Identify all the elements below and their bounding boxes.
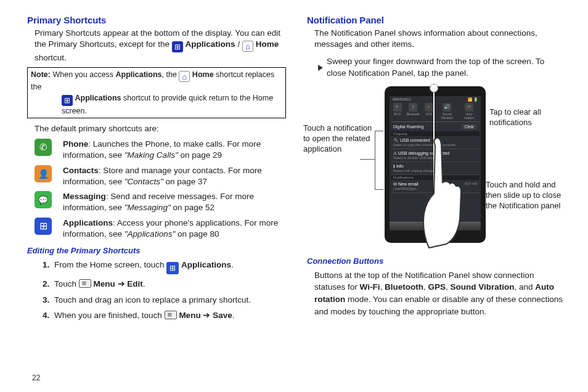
phone-icon <box>35 139 52 156</box>
phone-screen: 08/05/2011 📶 🔋 ᯤWi-Fi ᛒBluetooth ⌖GPS 🔊S… <box>390 96 481 231</box>
roaming-row: Digital Roaming Clear <box>391 122 480 131</box>
menu-icon <box>165 311 177 319</box>
notif-info[interactable]: ℹ Info Battery full. Unplug charger <box>391 162 480 175</box>
shortcut-applications: Applications: Access your phone's applic… <box>35 218 286 240</box>
toggle-gps[interactable]: ⌖GPS <box>425 103 433 120</box>
signal-icon: 📶 🔋 <box>468 97 478 102</box>
heading-connection-buttons: Connection Buttons <box>307 256 565 266</box>
heading-primary-shortcuts: Primary Shortcuts <box>27 15 286 25</box>
notif-usb-connected[interactable]: 🔌 USB connected Select to copy files to/… <box>391 136 480 149</box>
home-icon <box>242 41 253 52</box>
notification-intro: The Notification Panel shows information… <box>314 28 565 50</box>
applications-icon <box>35 218 52 235</box>
clear-button[interactable]: Clear <box>461 124 477 129</box>
callout-clear-all: Tap to clear all notifications <box>489 107 566 128</box>
contacts-icon <box>35 165 52 182</box>
notification-panel-figure: Touch a notification to open the related… <box>307 84 565 250</box>
step-3: Touch and drag an icon to replace a prim… <box>52 295 286 306</box>
menu-icon <box>79 279 91 288</box>
shortcut-messaging: Messaging: Send and receive messages. Fo… <box>35 191 286 213</box>
toggle-sound[interactable]: 🔊Sound Vibration <box>438 103 456 120</box>
bracket-icon <box>375 131 383 190</box>
note-box: Note: When you access Applications, the … <box>27 67 286 118</box>
page-number: 22 <box>32 374 40 382</box>
swipe-indicator-dot <box>430 84 438 92</box>
heading-editing-shortcuts: Editing the Primary Shortcuts <box>27 246 286 255</box>
default-shortcuts-label: The default primary shortcuts are: <box>35 123 286 134</box>
editing-steps: From the Home screen, touch Applications… <box>52 259 286 322</box>
callout-close-panel: Touch and hold and then slide up to clos… <box>486 180 566 211</box>
applications-icon <box>62 95 73 106</box>
toggle-wifi[interactable]: ᯤWi-Fi <box>393 103 402 120</box>
toggle-bluetooth[interactable]: ᛒBluetooth <box>407 103 420 120</box>
notif-usb-debugging[interactable]: ⚠ USB debugging connected Select to disa… <box>391 149 480 162</box>
ongoing-header: Ongoing <box>391 131 480 136</box>
applications-icon <box>166 262 179 274</box>
leader-line <box>360 159 375 160</box>
notifications-header: Notifications <box>391 175 480 180</box>
step-4: When you are finished, touch MenuSave. <box>52 310 286 322</box>
status-bar: 08/05/2011 📶 🔋 <box>391 97 480 102</box>
shortcut-contacts: Contacts: Store and manage your contacts… <box>35 165 286 187</box>
right-column: Notification Panel The Notification Pane… <box>307 15 565 381</box>
notif-email[interactable]: ✉ New email j.doe0816@gm… 8:07 AM <box>391 180 480 193</box>
step-1: From the Home screen, touch Applications… <box>52 259 286 274</box>
triangle-bullet-icon <box>318 65 323 71</box>
callout-touch-notification: Touch a notification to open the related… <box>303 123 375 155</box>
phone-mockup: 08/05/2011 📶 🔋 ᯤWi-Fi ᛒBluetooth ⌖GPS 🔊S… <box>385 86 486 243</box>
shortcut-phone: Phone: Launches the Phone, to make calls… <box>35 139 286 161</box>
connection-buttons-text: Buttons at the top of the Notification P… <box>314 269 565 317</box>
primary-shortcuts-intro: Primary Shortcuts appear at the bottom o… <box>35 28 286 63</box>
swipe-indicator-line <box>433 86 435 189</box>
toggle-rotation[interactable]: ⟳Auto rotation <box>461 103 477 120</box>
step-2: Touch MenuEdit. <box>52 279 286 290</box>
sweep-instruction: Sweep your finger downward from the top … <box>318 56 565 78</box>
panel-handle[interactable] <box>390 222 481 231</box>
applications-icon <box>172 41 183 52</box>
heading-notification-panel: Notification Panel <box>307 15 565 25</box>
home-icon <box>179 71 190 82</box>
left-column: Primary Shortcuts Primary Shortcuts appe… <box>27 15 286 381</box>
messaging-icon <box>35 191 52 208</box>
toggle-row: ᯤWi-Fi ᛒBluetooth ⌖GPS 🔊Sound Vibration … <box>391 103 480 122</box>
